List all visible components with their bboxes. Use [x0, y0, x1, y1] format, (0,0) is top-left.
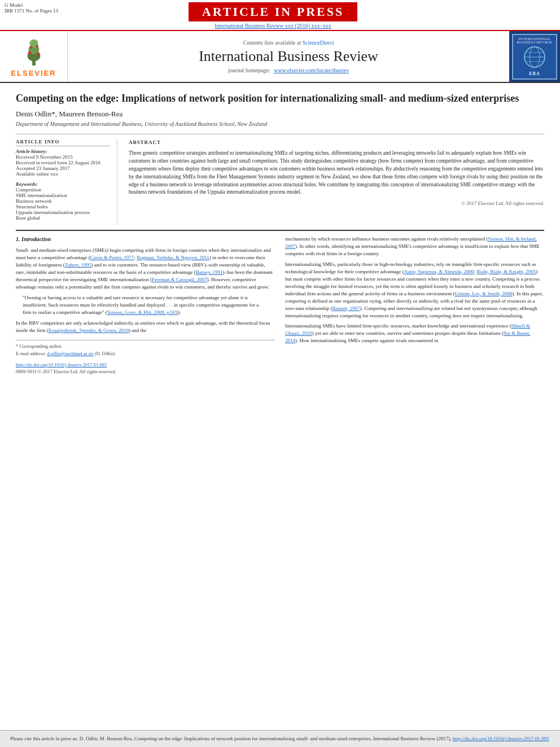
journal-homepage: journal homepage: www.elsevier.com/locat…: [228, 67, 349, 73]
intro-heading: 1. Introduction: [16, 235, 275, 244]
elsevier-logo: ELSEVIER: [0, 31, 68, 82]
footnote-email-link[interactable]: d.odlin@auckland.ac.nz: [47, 351, 93, 356]
bottom-citation-bar: Please cite this article in press as: D.…: [0, 730, 560, 747]
ref-sirmon-hitt-ireland[interactable]: Sirmon, Hitt, & Ireland, 2007: [285, 236, 537, 249]
article-affiliation: Department of Management and Internation…: [16, 121, 544, 127]
info-abstract-section: ARTICLE INFO Article history: Received 9…: [16, 139, 544, 225]
eba-globe-icon: [523, 46, 546, 68]
authors-text: Denis Odlin*, Maureen Benson-Rea: [16, 110, 123, 118]
revised-date: Received in revised form 22 August 2016: [16, 160, 110, 165]
elsevier-text: ELSEVIER: [11, 69, 56, 77]
journal-link[interactable]: International Business Review xxx (2016)…: [58, 23, 488, 29]
keywords-section: Keywords: Competition SME internationali…: [16, 181, 110, 221]
contents-text: Contents lists available at: [243, 40, 300, 46]
eba-badge: INTERNATIONAL BUSINESS REVIEW EBA: [512, 34, 557, 80]
kw-business-network: Business network: [16, 198, 110, 204]
col-left: 1. Introduction Small- and medium-sized …: [16, 235, 275, 375]
homepage-link[interactable]: www.elsevier.com/locate/ibusrev: [274, 67, 349, 73]
journal-title-area: Contents lists available at ScienceDirec…: [68, 31, 509, 82]
kw-uppsala: Uppsala internationalization process: [16, 209, 110, 215]
available-text: Available online xxx: [16, 171, 110, 177]
g-model-label: G Model IBR 1371 No. of Pages 13: [5, 2, 58, 14]
eba-title-text: INTERNATIONAL BUSINESS REVIEW: [514, 37, 555, 44]
doi-link[interactable]: http://dx.doi.org/10.1016/j.ibusrev.2017…: [16, 362, 107, 368]
ref-autio[interactable]: Autio, Sapienza, & Almeida, 2000: [404, 269, 474, 274]
svg-point-5: [36, 52, 40, 55]
kw-competition: Competition: [16, 187, 110, 193]
history-label: Article history:: [16, 148, 110, 154]
ref-caves-porter[interactable]: Caves & Porter, 1977: [90, 255, 134, 260]
journal-main-title: International Business Review: [199, 48, 378, 65]
svg-point-7: [36, 45, 38, 48]
contents-line: Contents lists available at ScienceDirec…: [243, 40, 334, 46]
article-info-heading: ARTICLE INFO: [16, 139, 110, 146]
article-authors: Denis Odlin*, Maureen Benson-Rea: [16, 110, 544, 119]
elsevier-tree-icon: [17, 36, 51, 67]
bottom-citation-text: Please cite this article in press as: D.…: [10, 736, 452, 741]
ref-grimm[interactable]: Grimm, Lee, & Smith, 2006: [455, 291, 513, 296]
footnote-email-suffix: (D. Odlin).: [95, 351, 116, 356]
ref-rialp[interactable]: Rialp, Rialp, & Knight, 2005: [476, 269, 536, 274]
divider-2: [16, 230, 544, 231]
article-body: Competing on the edge: Implications of n…: [0, 83, 560, 730]
ref-barney[interactable]: Barney, 1991: [196, 269, 223, 275]
top-banner: G Model IBR 1371 No. of Pages 13 ARTICLE…: [0, 0, 560, 31]
svg-point-6: [29, 46, 32, 49]
article-in-press-area: ARTICLE IN PRESS International Business …: [58, 2, 488, 29]
g-model-text: G Model: [5, 2, 58, 8]
ref-rugman[interactable]: Rugman, Verbeke, & Nguyen, 2011: [137, 255, 209, 260]
kw-structural-holes: Structural holes: [16, 204, 110, 209]
svg-point-4: [28, 51, 31, 55]
blockquote: "Owning or having access to a valuable a…: [23, 294, 268, 316]
ref-zaheer[interactable]: Zaheer, 1995: [65, 262, 91, 268]
journal-header: ELSEVIER Contents lists available at Sci…: [0, 31, 560, 83]
homepage-label: journal homepage:: [228, 67, 270, 73]
abstract-section: ABSTRACT Three generic competitive strat…: [129, 139, 544, 225]
received-date: Received 9 November 2015: [16, 154, 110, 160]
right-para-2: Internationalizing SMEs, particularly th…: [285, 261, 544, 320]
copyright-text: © 2017 Elsevier Ltd. All rights reserved…: [129, 200, 544, 207]
doi-line: http://dx.doi.org/10.1016/j.ibusrev.2017…: [16, 361, 275, 375]
bottom-doi-link[interactable]: http://dx.doi.org/10.1016/j.ibusrev.2017…: [453, 736, 549, 741]
eba-logo: INTERNATIONAL BUSINESS REVIEW EBA: [509, 31, 560, 82]
keywords-label: Keywords:: [16, 181, 110, 187]
footnote-corresponding: * Corresponding author.: [16, 343, 275, 350]
article-in-press-label: ARTICLE IN PRESS: [189, 2, 357, 21]
divider-1: [16, 134, 544, 134]
footnote-email-label: E-mail address:: [16, 351, 46, 356]
intro-para-3: In the RBV competitors are only acknowle…: [16, 320, 275, 334]
col-right: mechanisms by which resources influence …: [285, 235, 544, 375]
kw-born-global: Born global: [16, 215, 110, 221]
footnote-email: E-mail address: d.odlin@auckland.ac.nz (…: [16, 350, 275, 357]
ref-barnett[interactable]: Barnett, 1997: [332, 305, 360, 311]
right-para-1: mechanisms by which resources influence …: [285, 235, 544, 257]
footnote-area: * Corresponding author. E-mail address: …: [16, 340, 275, 357]
ref-freeman[interactable]: Freeman & Cavusgil, 2007: [152, 277, 207, 282]
history-section: Article history: Received 9 November 201…: [16, 148, 110, 177]
page: G Model IBR 1371 No. of Pages 13 ARTICLE…: [0, 0, 560, 747]
article-info: ARTICLE INFO Article history: Received 9…: [16, 139, 117, 225]
ref-hanell[interactable]: Hånell & Ghauri, 2016: [285, 323, 530, 336]
abstract-text: Three generic competitive strategies att…: [129, 150, 544, 196]
intro-para-1: Small- and medium-sized enterprises (SME…: [16, 247, 275, 291]
sciencedirect-link[interactable]: ScienceDirect: [302, 40, 334, 46]
accepted-date: Accepted 23 January 2017: [16, 165, 110, 171]
main-content: 1. Introduction Small- and medium-sized …: [16, 235, 544, 375]
right-para-3: Internationalizing SMEs have limited fir…: [285, 322, 544, 344]
ref-sirmon-gove[interactable]: Sirmon, Gove, & Hitt, 2008, p.919: [107, 309, 178, 315]
article-title: Competing on the edge: Implications of n…: [16, 92, 544, 105]
ref-sui[interactable]: Sui & Baum, 2014: [285, 330, 530, 343]
issn-text: 0969-5931/© 2017 Elsevier Ltd. All right…: [16, 368, 275, 375]
ref-kraaijenbrink[interactable]: Kraaijenbrink, Spender, & Groen, 2010: [49, 327, 129, 333]
ibr-text: IBR 1371 No. of Pages 13: [5, 8, 58, 14]
abstract-heading: ABSTRACT: [129, 139, 544, 146]
kw-sme: SME internationalization: [16, 193, 110, 198]
eba-label-text: EBA: [514, 71, 555, 76]
